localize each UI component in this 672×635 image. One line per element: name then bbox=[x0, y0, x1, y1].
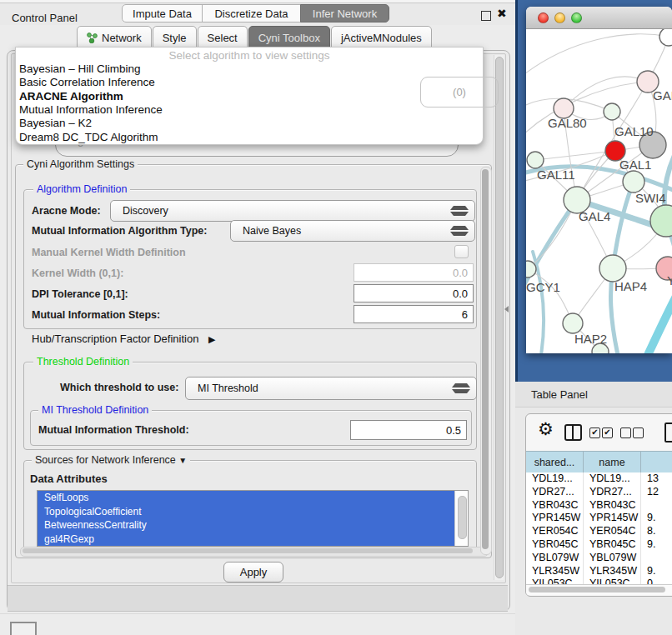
kernel-width-label: Kernel Width (0,1): bbox=[32, 268, 123, 279]
table-header-row: shared... name bbox=[526, 451, 672, 474]
dropdown-item[interactable]: Bayesian – Hill Climbing bbox=[19, 62, 141, 76]
list-item[interactable]: BetweennessCentrality bbox=[44, 518, 147, 532]
table-row[interactable]: YBR045CYBR045C9. bbox=[526, 538, 672, 552]
tab-infer-network[interactable]: Infer Network bbox=[300, 4, 389, 22]
mi-type-select[interactable]: Naive Bayes bbox=[230, 220, 475, 242]
gear-icon[interactable]: ⚙ bbox=[538, 419, 554, 439]
table-hscrollbar-thumb[interactable] bbox=[529, 587, 665, 592]
node-hap4[interactable] bbox=[599, 255, 626, 282]
node-label: GAL4 bbox=[579, 209, 610, 223]
data-attributes-list[interactable]: SelfLoops TopologicalCoefficient Between… bbox=[37, 490, 469, 547]
sources-group-title: Sources for Network Inference ▼ bbox=[32, 454, 190, 466]
node[interactable] bbox=[604, 103, 620, 120]
mi-threshold-field[interactable] bbox=[350, 420, 467, 440]
unchecked-checkbox-icon[interactable] bbox=[620, 428, 631, 438]
table-row[interactable]: YIL053CYIL053C0. bbox=[526, 578, 672, 584]
expand-arrow-icon: ▶ bbox=[208, 334, 215, 344]
bottom-tab-strip bbox=[8, 585, 508, 612]
list-item[interactable]: gal4RGexp bbox=[44, 532, 94, 547]
table-row[interactable]: YER054CYER054C8. bbox=[526, 525, 672, 538]
column-header[interactable]: shared... bbox=[526, 452, 584, 473]
algorithm-definition-title: Algorithm Definition bbox=[33, 183, 130, 195]
dropdown-item-selected[interactable]: ARACNE Algorithm bbox=[19, 90, 123, 103]
combo-stepper-icon bbox=[439, 226, 469, 236]
dropdown-item[interactable]: Dream8 DC_TDC Algorithm bbox=[19, 131, 158, 144]
checked-checkbox-icon[interactable]: ✔ bbox=[602, 428, 613, 438]
network-window[interactable]: GAL GAL80 GAL10 GAL11 GAL1 SWI4 GAL4 GCY… bbox=[526, 7, 672, 353]
close-traffic-light[interactable] bbox=[538, 12, 549, 23]
list-item[interactable]: TopologicalCoefficient bbox=[44, 505, 142, 519]
node[interactable] bbox=[650, 205, 672, 237]
node-label: GAL10 bbox=[614, 124, 654, 138]
table-row[interactable]: YLR345WYLR345W9. bbox=[526, 565, 672, 578]
node-label: GAL11 bbox=[537, 168, 575, 182]
network-window-titlebar[interactable] bbox=[526, 7, 672, 29]
mi-threshold-label: Mutual Information Threshold: bbox=[38, 424, 189, 436]
list-item[interactable]: SelfLoops bbox=[44, 491, 88, 505]
tab-label: Network bbox=[102, 32, 142, 44]
table-row[interactable]: YDL19...YDL19...13 bbox=[526, 472, 672, 486]
panel-scrollbar[interactable] bbox=[494, 55, 504, 580]
apply-button[interactable]: Apply bbox=[223, 562, 283, 582]
tab-impute-data[interactable]: Impute Data bbox=[122, 4, 203, 22]
node-label: HAP2 bbox=[574, 332, 607, 346]
dropdown-item[interactable]: Bayesian – K2 bbox=[19, 117, 92, 130]
table-row[interactable]: YBL079WYBL079W bbox=[526, 552, 672, 565]
dropdown-item[interactable]: Mutual Information Inference bbox=[19, 103, 163, 117]
table-row[interactable]: YDR27...YDR27...12 bbox=[526, 486, 672, 499]
settings-vscrollbar-thumb[interactable] bbox=[482, 169, 489, 549]
node[interactable] bbox=[659, 28, 672, 46]
checked-checkbox-icon[interactable]: ✔ bbox=[589, 428, 600, 438]
minimize-traffic-light[interactable] bbox=[554, 12, 565, 23]
threshold-definition-title: Threshold Definition bbox=[33, 356, 133, 368]
hub-definition-toggle[interactable]: Hub/Transcription Factor Definition ▶ bbox=[32, 332, 215, 345]
list-scrollbar[interactable] bbox=[454, 491, 468, 546]
table-panel-title: Table Panel bbox=[531, 388, 588, 401]
dpi-tolerance-field[interactable] bbox=[354, 284, 474, 302]
manual-kernel-label: Manual Kernel Width Definition bbox=[32, 247, 186, 258]
panel-title: Control Panel bbox=[12, 12, 78, 24]
data-attributes-label: Data Attributes bbox=[30, 472, 108, 485]
node-label: GAL1 bbox=[619, 158, 651, 172]
minimized-panel-icon[interactable] bbox=[10, 622, 37, 635]
aracne-mode-select[interactable]: Discovery bbox=[110, 200, 475, 222]
table-window: ⚙ ✔ ✔ shared... name YDL19...YDL19...13 … bbox=[525, 413, 672, 597]
table-row[interactable]: YBR043CYBR043C bbox=[526, 499, 672, 512]
mi-steps-field[interactable] bbox=[354, 305, 474, 323]
table-row[interactable]: YPR145WYPR145W9. bbox=[526, 512, 672, 525]
node-hap2[interactable] bbox=[563, 313, 583, 333]
screen: Control Panel ✖ Network Style Select Cyn… bbox=[0, 0, 672, 635]
algorithm-dropdown-list[interactable]: Select algorithm to view settings Bayesi… bbox=[15, 47, 484, 145]
settings-vscrollbar[interactable] bbox=[480, 167, 492, 555]
kernel-width-field[interactable] bbox=[354, 263, 474, 282]
panel-scrollbar-thumb[interactable] bbox=[495, 57, 504, 578]
close-icon[interactable]: ✖ bbox=[497, 7, 507, 20]
node-gal1[interactable] bbox=[623, 171, 644, 192]
document-icon[interactable] bbox=[664, 422, 672, 442]
tab-discretize-data[interactable]: Discretize Data bbox=[202, 4, 301, 22]
settings-hscrollbar[interactable] bbox=[20, 547, 489, 557]
dropdown-item[interactable]: Basic Correlation Inference bbox=[19, 76, 155, 89]
manual-kernel-checkbox[interactable] bbox=[454, 245, 469, 258]
which-threshold-select[interactable]: MI Threshold bbox=[185, 377, 477, 400]
column-header[interactable]: name bbox=[584, 452, 641, 473]
column-header[interactable] bbox=[641, 452, 672, 473]
collapse-arrow-icon[interactable]: ▼ bbox=[178, 456, 187, 465]
dpi-tolerance-label: DPI Tolerance [0,1]: bbox=[32, 288, 128, 300]
node-label: Y bbox=[667, 273, 672, 288]
float-window-icon[interactable] bbox=[481, 11, 491, 21]
unchecked-checkbox-icon[interactable] bbox=[633, 428, 644, 438]
columns-icon[interactable] bbox=[564, 424, 582, 441]
table-body[interactable]: YDL19...YDL19...13 YDR27...YDR27...12 YB… bbox=[526, 472, 672, 584]
zoom-traffic-light[interactable] bbox=[571, 12, 582, 23]
network-graph[interactable]: GAL GAL80 GAL10 GAL11 GAL1 SWI4 GAL4 GCY… bbox=[526, 28, 672, 353]
network-tab-icon bbox=[87, 32, 98, 43]
node-gal11[interactable] bbox=[527, 152, 544, 168]
node-label: HAP4 bbox=[614, 279, 647, 293]
divider bbox=[0, 613, 515, 614]
result-count-badge: (0) bbox=[420, 77, 499, 108]
panel-divider-arrow-icon[interactable] bbox=[504, 306, 509, 312]
list-scrollbar-thumb[interactable] bbox=[458, 496, 467, 539]
settings-hscrollbar-thumb[interactable] bbox=[23, 548, 473, 553]
table-hscrollbar[interactable] bbox=[526, 584, 672, 595]
